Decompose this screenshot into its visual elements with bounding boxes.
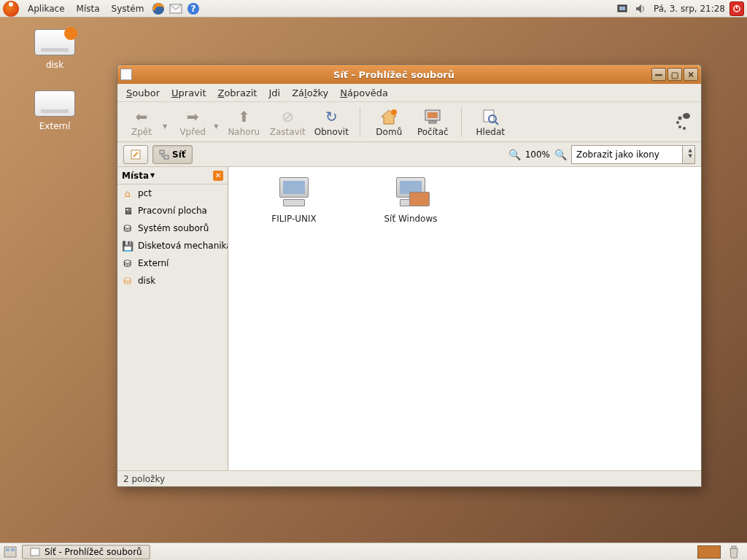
menu-edit[interactable]: Upravit [167, 86, 210, 100]
window-body: Místa ▼ ✕ ⌂pct 🖥Pracovní plocha ⛁Systém … [117, 167, 701, 470]
drive-icon [34, 29, 75, 55]
drive-icon [34, 90, 75, 117]
view-mode-select[interactable]: Zobrazit jako ikony ▲▼ [571, 145, 695, 164]
svg-point-8 [391, 109, 397, 115]
sidebar-item-disk[interactable]: ⛁disk [117, 272, 228, 289]
statusbar: 2 položky [117, 470, 701, 486]
top-panel: Aplikace Místa Systém ? Pá, 3. srp, 21:2… [0, 0, 747, 18]
path-button-network[interactable]: Síť [152, 145, 193, 164]
svg-line-14 [495, 122, 498, 125]
computer-icon [422, 106, 443, 127]
firefox-icon[interactable] [151, 1, 166, 16]
chevron-updown-icon: ▲▼ [689, 147, 692, 159]
trash-icon[interactable] [727, 545, 741, 559]
menubar: Soubor Upravit Zobrazit Jdi Záložky Nápo… [117, 84, 701, 101]
file-browser-window: Síť - Prohlížeč souborů — ▢ ✕ Soubor Upr… [117, 64, 702, 487]
location-bar: Síť 🔍 100% 🔍 Zobrazit jako ikony ▲▼ [117, 142, 701, 167]
minimize-button[interactable]: — [651, 68, 666, 81]
svg-rect-25 [11, 548, 15, 551]
separator [360, 107, 360, 136]
desktop-icons: disk Externí [22, 29, 88, 152]
computer-button[interactable]: Počítač [414, 106, 451, 137]
close-button[interactable]: ✕ [684, 68, 698, 81]
svg-rect-26 [31, 548, 39, 556]
volume-icon[interactable] [633, 1, 648, 16]
reload-icon: ↻ [321, 106, 341, 127]
computer-icon [276, 177, 311, 209]
reload-button[interactable]: ↻ Obnovit [313, 106, 349, 137]
bottom-tray [697, 545, 747, 559]
sidebar-list: ⌂pct 🖥Pracovní plocha ⛁Systém souborů 💾D… [117, 184, 228, 470]
bottom-panel: Síť - Prohlížeč souborů [0, 542, 747, 560]
sidebar-item-filesystem[interactable]: ⛁Systém souborů [117, 219, 228, 237]
drive-icon: ⛁ [122, 222, 133, 234]
home-folder-icon: ⌂ [122, 187, 133, 199]
toolbar: ⬅ Zpět ▼ ➡ Vpřed ▼ ⬆ Nahoru ⊘ Zastavit ↻… [117, 101, 701, 142]
svg-point-16 [678, 117, 682, 120]
search-button[interactable]: Hledat [472, 106, 508, 137]
taskbar-item[interactable]: Síť - Prohlížeč souborů [22, 545, 150, 559]
help-icon[interactable]: ? [186, 1, 201, 16]
menu-places[interactable]: Místa [71, 4, 106, 14]
icon-view[interactable]: FILIP-UNIX Síť Windows [228, 167, 701, 470]
svg-rect-21 [160, 150, 164, 154]
desktop-icon-label: disk [22, 60, 88, 70]
titlebar[interactable]: Síť - Prohlížeč souborů — ▢ ✕ [117, 65, 701, 84]
back-button[interactable]: ⬅ Zpět [123, 106, 160, 137]
svg-rect-11 [429, 121, 436, 123]
menu-system[interactable]: Systém [106, 4, 150, 14]
desktop-icon-external[interactable]: Externí [22, 90, 88, 131]
network-icon[interactable] [616, 1, 630, 16]
status-text: 2 položky [123, 474, 165, 484]
menu-view[interactable]: Zobrazit [214, 86, 262, 100]
workspace-switcher[interactable] [697, 545, 721, 559]
svg-rect-27 [732, 546, 736, 548]
menu-go[interactable]: Jdi [264, 86, 285, 100]
zoom-in-button[interactable]: 🔍 [554, 149, 567, 160]
show-desktop-button[interactable] [3, 545, 18, 559]
home-button[interactable]: Domů [371, 106, 407, 137]
forward-dropdown[interactable]: ▼ [214, 123, 218, 130]
sidebar-item-floppy[interactable]: 💾Disketová mechanika [117, 237, 228, 254]
window-title: Síť - Prohlížeč souborů [136, 69, 651, 80]
home-icon [379, 106, 399, 127]
desktop-icon-disk[interactable]: disk [22, 29, 88, 70]
sidebar-item-home[interactable]: ⌂pct [117, 184, 228, 202]
svg-rect-10 [427, 112, 438, 118]
svg-rect-22 [164, 155, 169, 159]
svg-rect-24 [6, 548, 9, 551]
network-item-computer[interactable]: FILIP-UNIX [258, 177, 330, 224]
menu-file[interactable]: Soubor [122, 86, 164, 100]
svg-point-17 [676, 121, 679, 124]
clock[interactable]: Pá, 3. srp, 21:28 [649, 4, 729, 14]
forward-button[interactable]: ➡ Vpřed [174, 106, 211, 137]
menu-bookmarks[interactable]: Záložky [287, 86, 333, 100]
sidebar-item-external[interactable]: ⛁Externí [117, 254, 228, 272]
stop-icon: ⊘ [277, 106, 298, 127]
menu-help[interactable]: Nápověda [336, 86, 392, 100]
drive-icon: ⛁ [122, 275, 133, 287]
maximize-button[interactable]: ▢ [667, 68, 682, 81]
stop-button[interactable]: ⊘ Zastavit [269, 106, 306, 137]
network-item-windows[interactable]: Síť Windows [374, 177, 447, 224]
up-button[interactable]: ⬆ Nahoru [225, 106, 262, 137]
shutdown-button[interactable] [729, 1, 744, 16]
network-group-icon [393, 177, 428, 209]
arrow-left-icon: ⬅ [131, 106, 152, 127]
sidebar-header[interactable]: Místa ▼ ✕ [117, 167, 228, 184]
search-icon [480, 106, 500, 127]
svg-point-19 [683, 127, 686, 130]
separator [461, 107, 462, 136]
svg-point-15 [683, 113, 690, 119]
menu-applications[interactable]: Aplikace [22, 4, 71, 14]
svg-text:?: ? [191, 4, 196, 14]
back-dropdown[interactable]: ▼ [163, 123, 167, 130]
sidebar-item-desktop[interactable]: 🖥Pracovní plocha [117, 202, 228, 219]
chevron-down-icon: ▼ [150, 172, 155, 179]
zoom-out-button[interactable]: 🔍 [508, 149, 521, 160]
sidebar-close-button[interactable]: ✕ [213, 171, 223, 181]
ubuntu-logo-icon[interactable] [3, 1, 19, 17]
edit-location-button[interactable] [123, 145, 148, 164]
mail-icon[interactable] [169, 1, 183, 16]
arrow-right-icon: ➡ [182, 106, 203, 127]
